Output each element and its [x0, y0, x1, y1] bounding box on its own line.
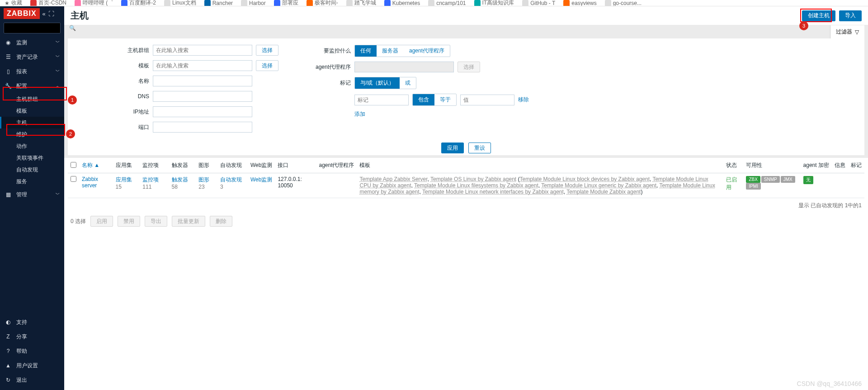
row-checkbox[interactable]: [71, 176, 76, 182]
bookmark-easyviews[interactable]: easyviews: [563, 0, 596, 6]
seg-monitor[interactable]: 任何 服务器 agent代理程序: [354, 45, 450, 57]
triggers-link[interactable]: 触发器: [172, 176, 188, 183]
bookmark-baidu[interactable]: 百度翻译-2: [121, 0, 156, 6]
col-tags: 标记: [848, 158, 864, 173]
col-name[interactable]: 名称 ▲: [82, 162, 99, 168]
in-tag-name[interactable]: [354, 95, 409, 105]
user-icon: ▲: [5, 362, 12, 369]
in-port[interactable]: [153, 122, 252, 133]
nav-admin[interactable]: ▦管理﹀: [0, 187, 64, 202]
eye-icon: ◉: [5, 39, 12, 46]
nav-monitoring[interactable]: ◉监测﹀: [0, 35, 64, 50]
in-dns[interactable]: [153, 91, 252, 102]
in-template[interactable]: [153, 60, 252, 71]
col-templates: 模板: [357, 158, 723, 173]
logo[interactable]: ZABBIX: [4, 8, 40, 19]
nav-logout[interactable]: ↻退出: [0, 373, 64, 387]
sidebar-search[interactable]: 🔍: [4, 23, 61, 33]
seg-tagmode[interactable]: 与/或（默认）或: [354, 77, 416, 89]
nav-reports[interactable]: ▯报表﹀: [0, 64, 64, 79]
bookmark-bilibili[interactable]: 哔哩哔哩 (゜: [75, 0, 113, 6]
bookmark-gocourse[interactable]: go-course...: [605, 0, 642, 6]
tag-add[interactable]: 添加: [354, 110, 365, 118]
nav-config-correlation[interactable]: 关联项事件: [0, 152, 64, 164]
chevron-down-icon: ﹀: [56, 38, 60, 47]
lbl-ip: IP地址: [68, 108, 149, 116]
in-name[interactable]: [153, 76, 252, 86]
gear-icon: ▦: [5, 191, 12, 198]
graphs-link[interactable]: 图形: [198, 176, 209, 183]
wrench-icon: 🔧: [5, 83, 12, 89]
nav-config-actions[interactable]: 动作: [0, 140, 64, 152]
sel-hostgroup[interactable]: 选择: [256, 45, 278, 56]
bookmark-linux[interactable]: Linux文档: [164, 0, 196, 6]
disc-link[interactable]: 自动发现: [220, 176, 242, 183]
col-proxy: agent代理程序: [316, 158, 357, 173]
bulk-delete: 删除: [210, 216, 232, 227]
search-input[interactable]: [7, 25, 69, 31]
nav-user[interactable]: ▲用户设置: [0, 358, 64, 373]
nav-config-maintenance[interactable]: 维护: [0, 128, 64, 140]
collapse-icon[interactable]: «: [42, 10, 46, 17]
sel-template[interactable]: 选择: [256, 60, 278, 71]
nav-share[interactable]: Z分享: [0, 329, 64, 344]
bookmark-deploy[interactable]: 部署应: [274, 0, 298, 6]
chevron-down-icon: ﹀: [56, 190, 60, 199]
col-status: 状态: [723, 158, 743, 173]
bookmark-cncamp[interactable]: cncamp/101: [428, 0, 466, 6]
nav-help[interactable]: ?帮助: [0, 344, 64, 358]
select-all[interactable]: [71, 162, 76, 168]
nav-config-discovery[interactable]: 自动发现: [0, 164, 64, 176]
bulk-update: 批量更新: [172, 216, 205, 227]
availability-cell: ZBXSNMPJMXIPMI: [743, 173, 800, 198]
bulk-enable: 启用: [90, 216, 113, 227]
apps-link[interactable]: 应用集: [116, 176, 132, 183]
help-icon: ?: [5, 348, 12, 354]
bookmark-github[interactable]: GitHub - T: [522, 0, 555, 6]
apply-button[interactable]: 应用: [441, 143, 464, 153]
nav-inventory[interactable]: ☰资产记录﹀: [0, 50, 64, 64]
items-link[interactable]: 监控项: [142, 176, 159, 183]
bulk-export: 导出: [145, 216, 167, 227]
watermark: CSDN @qq_36410466: [797, 380, 862, 387]
host-link[interactable]: Zabbix server: [82, 176, 98, 189]
bookmark-itedu[interactable]: IT高级知识库: [474, 0, 514, 6]
in-tag-val[interactable]: [460, 95, 514, 105]
bookmark-rancher[interactable]: Rancher: [204, 0, 233, 6]
filter-icon: ▽: [855, 29, 859, 35]
page-title: 主机: [71, 10, 89, 22]
fullscreen-icon[interactable]: ⛶: [48, 10, 54, 17]
nav-support[interactable]: ◐支持: [0, 315, 64, 329]
search-icon[interactable]: 🔍: [69, 25, 76, 31]
iface-cell: 127.0.0.1: 10050: [275, 173, 316, 198]
headset-icon: ◐: [5, 319, 12, 325]
bookmark-geek[interactable]: 极客时间-: [307, 0, 338, 6]
chevron-down-icon: ﹀: [56, 67, 60, 76]
create-host-button[interactable]: 创建主机: [802, 10, 835, 21]
sel-proxy: 选择: [458, 62, 480, 72]
bookmark-fav[interactable]: ★ 收藏: [5, 0, 22, 6]
seg-tagop[interactable]: 包含等于: [412, 94, 457, 106]
in-hostgroup[interactable]: [153, 45, 252, 56]
bookmark-csdn[interactable]: 首页-CSDN: [30, 0, 66, 6]
in-ip[interactable]: [153, 106, 252, 117]
import-button[interactable]: 导入: [839, 10, 862, 21]
reset-button[interactable]: 重设: [468, 143, 491, 153]
web-link[interactable]: Web监测: [250, 176, 272, 183]
bookmark-harbor[interactable]: Harbor: [241, 0, 266, 6]
annotation-badge-3: 3: [799, 21, 808, 30]
bookmark-luffy[interactable]: 踏飞学城: [346, 0, 376, 6]
nav-config-hostgroups[interactable]: 主机群组: [0, 93, 64, 105]
logout-icon: ↻: [5, 377, 12, 383]
nav-config-templates[interactable]: 模板: [0, 105, 64, 117]
filter-toggle[interactable]: 过滤器 ▽: [830, 25, 864, 38]
nav-config-hosts[interactable]: 主机: [0, 117, 64, 128]
nav-config[interactable]: 🔧配置︿: [0, 79, 64, 93]
status-link[interactable]: 已启用: [726, 176, 737, 190]
filter-label: 过滤器: [836, 28, 852, 36]
bookmark-k8s[interactable]: Kubernetes: [384, 0, 420, 6]
col-enc: agent 加密: [801, 158, 832, 173]
nav-config-services[interactable]: 服务: [0, 176, 64, 187]
tag-remove[interactable]: 移除: [518, 96, 529, 104]
selected-count: 0 选择: [71, 218, 86, 225]
